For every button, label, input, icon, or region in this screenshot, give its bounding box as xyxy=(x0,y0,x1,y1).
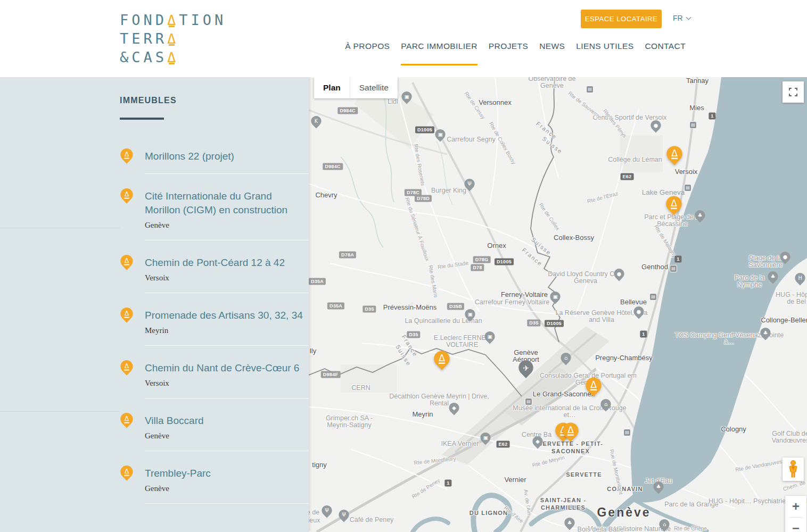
property-list-item[interactable]: ΔPromenade des Artisans 30, 32, 34Meyrin xyxy=(120,309,309,346)
svg-text:K: K xyxy=(315,118,318,124)
k-poi-icon[interactable]: K xyxy=(311,115,322,132)
train-station-icon[interactable]: ▤ xyxy=(525,398,532,405)
property-pin-icon: Δ xyxy=(120,360,134,380)
property-marker[interactable]: Δ xyxy=(666,145,683,170)
property-list-item[interactable]: ΔTrembley-ParcGenève xyxy=(120,467,309,504)
map-type-satellite-button[interactable]: Satellite xyxy=(350,77,398,98)
train-station-icon[interactable]: ▤ xyxy=(684,184,691,192)
tree-poi-icon[interactable]: ♣ xyxy=(760,327,771,344)
train-station-icon[interactable]: ▤ xyxy=(689,121,697,129)
property-title[interactable]: Promenade des Artisans 30, 32, 34 xyxy=(145,309,309,322)
svg-text:●: ● xyxy=(637,309,641,314)
generic-poi-icon[interactable]: ● xyxy=(633,306,645,323)
cart-poi-icon[interactable]: ▣ xyxy=(401,91,413,108)
svg-text:Δ: Δ xyxy=(125,415,129,422)
property-title[interactable]: Villa Boccard xyxy=(145,414,309,428)
map-label: tigny xyxy=(312,461,326,469)
property-title[interactable]: Cité Internationale du Grand Morillon (C… xyxy=(145,189,309,217)
nav-item-projets[interactable]: PROJETS xyxy=(489,41,528,51)
svg-text:⌂: ⌂ xyxy=(564,355,567,361)
property-marker[interactable]: Δ xyxy=(433,350,450,375)
hospital-poi-icon[interactable]: H xyxy=(795,272,806,289)
property-list-item[interactable]: ΔChemin du Nant de Crève-Cœur 6Versoix xyxy=(120,361,309,398)
property-title[interactable]: Trembley-Parc xyxy=(145,467,309,480)
tree-poi-icon[interactable]: ♣ xyxy=(564,517,575,532)
nav-item-contact[interactable]: CONTACT xyxy=(645,41,686,51)
map-label: lly xyxy=(310,347,316,355)
svg-text:▣: ▣ xyxy=(483,435,488,440)
map-label: SERVETTE xyxy=(566,471,602,478)
bag-poi-icon[interactable]: ◆ xyxy=(532,436,544,453)
generic-poi-icon[interactable]: ● xyxy=(650,120,662,137)
espace-locataire-button[interactable]: ESPACE LOCATAIRE xyxy=(581,10,662,28)
cart-poi-icon[interactable]: ▣ xyxy=(484,331,496,348)
cart-poi-icon[interactable]: ▣ xyxy=(465,309,476,326)
property-title[interactable]: Chemin du Nant de Crève-Cœur 6 xyxy=(145,361,309,375)
zoom-out-button[interactable]: − xyxy=(785,518,806,532)
route-badge: D35 xyxy=(527,320,540,327)
property-marker[interactable]: Δ xyxy=(585,377,602,402)
map-label: Ornex xyxy=(487,242,506,250)
generic-poi-icon[interactable]: ● xyxy=(780,251,791,268)
property-marker[interactable]: Δ xyxy=(665,195,682,220)
museum-poi-icon[interactable]: ⌂ xyxy=(561,352,572,369)
cart-poi-icon[interactable]: ▣ xyxy=(550,291,561,308)
map[interactable]: Observatoire de GenèveTannayVersonnexMie… xyxy=(309,77,807,532)
property-list-item[interactable]: ΔCité Internationale du Grand Morillon (… xyxy=(120,189,309,240)
generic-poi-icon[interactable]: ● xyxy=(614,268,625,285)
tree-poi-icon[interactable]: ♣ xyxy=(695,210,706,227)
map-label: HUG - Hôpital de Bel xyxy=(771,292,807,305)
train-station-icon[interactable]: ▤ xyxy=(670,265,677,272)
property-pin-icon: Δ xyxy=(120,465,134,485)
property-title[interactable]: Chemin de Pont-Céard 12 à 42 xyxy=(145,256,309,270)
route-badge: D984C xyxy=(323,163,343,170)
svg-text:Ψ: Ψ xyxy=(325,508,329,513)
map-label: Genève xyxy=(597,505,650,520)
nav-item-parc-immobilier[interactable]: PARC IMMOBILIER xyxy=(401,41,477,51)
plane-poi-icon[interactable]: ✈ xyxy=(518,360,534,383)
fullscreen-button[interactable] xyxy=(783,81,804,103)
map-label: Cologny xyxy=(721,425,746,433)
fork-poi-icon[interactable]: Ψ xyxy=(322,505,333,522)
train-station-icon[interactable]: ▤ xyxy=(649,293,657,301)
svg-text:Δ: Δ xyxy=(125,190,129,198)
nav-item--propos[interactable]: À PROPOS xyxy=(345,41,390,51)
cart-poi-icon[interactable]: ▣ xyxy=(480,432,491,449)
pegman-button[interactable] xyxy=(783,458,804,481)
train-station-icon[interactable]: ▤ xyxy=(586,86,594,93)
sidebar-divider xyxy=(0,411,120,412)
property-list-item[interactable]: ΔMorillons 22 (projet) xyxy=(120,149,309,174)
tree-poi-icon[interactable]: ♣ xyxy=(653,481,664,498)
property-list-item[interactable]: ΔVilla BoccardGenève xyxy=(120,414,309,451)
route-badge: D984F xyxy=(321,371,341,378)
property-marker[interactable]: Δ xyxy=(562,422,579,447)
tree-poi-icon[interactable]: ♣ xyxy=(768,271,779,288)
sidebar-title: IMMEUBLES xyxy=(120,96,309,105)
map-label: Rte des Pénys xyxy=(602,108,628,139)
map-label: Carrefour Segny xyxy=(447,136,496,143)
map-label: Décathlon Genève Meyrin | Drive, Rental xyxy=(389,393,490,407)
property-list-item[interactable]: ΔChemin de Pont-Céard 12 à 42Versoix xyxy=(120,256,309,293)
page: FONDΔTIONTERRΔ&CASΔ À PROPOSPARC IMMOBIL… xyxy=(0,0,807,532)
cart-poi-icon[interactable]: ▣ xyxy=(435,129,446,146)
svg-text:▣: ▣ xyxy=(404,94,409,99)
train-station-icon[interactable]: ▤ xyxy=(623,429,631,436)
svg-text:♣: ♣ xyxy=(771,273,776,279)
zoom-in-button[interactable]: + xyxy=(785,496,806,517)
fork-poi-icon[interactable]: Ψ xyxy=(464,178,475,195)
svg-text:Δ: Δ xyxy=(125,151,129,158)
route-badge: D78A xyxy=(339,252,356,259)
map-label: ieux xyxy=(309,517,320,524)
language-selector[interactable]: FR xyxy=(673,14,690,22)
map-type-plan-button[interactable]: Plan xyxy=(314,77,350,98)
nav-item-liens-utiles[interactable]: LIENS UTILES xyxy=(576,41,633,51)
map-overlay-layer: Observatoire de GenèveTannayVersonnexMie… xyxy=(309,77,807,532)
museum-poi-icon[interactable]: ⌂ xyxy=(659,519,670,532)
property-title[interactable]: Morillons 22 (projet) xyxy=(145,149,309,163)
svg-text:Δ: Δ xyxy=(125,310,129,317)
logo[interactable]: FONDΔTIONTERRΔ&CASΔ xyxy=(120,11,226,66)
bag-poi-icon[interactable]: ◆ xyxy=(449,402,460,419)
nav-item-news[interactable]: NEWS xyxy=(539,41,565,51)
map-label: Mies xyxy=(689,104,704,112)
fork-poi-icon[interactable]: Ψ xyxy=(339,509,350,526)
